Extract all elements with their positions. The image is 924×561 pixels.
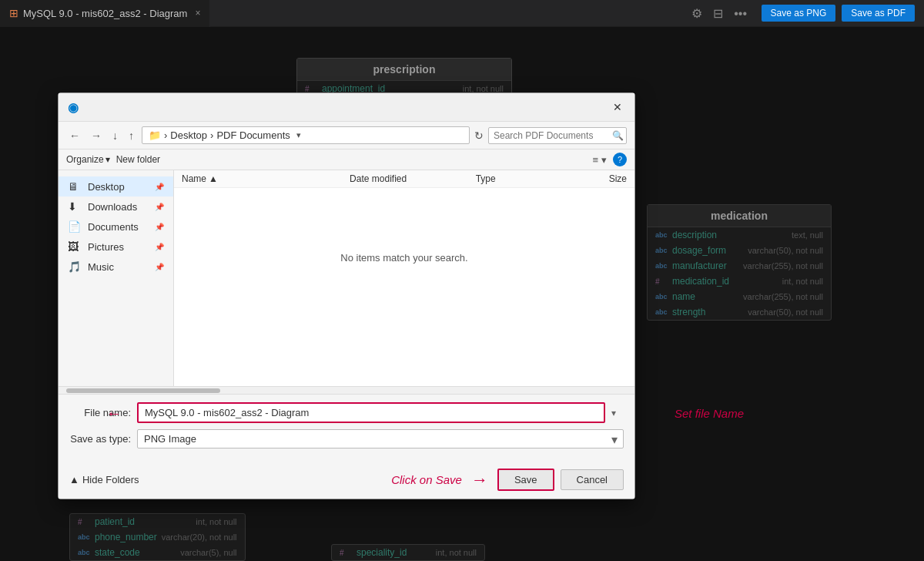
filename-row: File name: ← Set file Name ▾ xyxy=(69,402,624,423)
sidebar-item-label: Music xyxy=(88,261,114,273)
savetype-label: Save as type: xyxy=(69,433,131,445)
filename-input[interactable] xyxy=(137,402,605,423)
savetype-select[interactable]: PNG Image xyxy=(137,429,624,448)
dialog-titlebar: ◉ ✕ xyxy=(59,93,634,122)
col-date-header[interactable]: Date modified xyxy=(350,173,476,184)
breadcrumb-separator2: › xyxy=(210,129,213,141)
col-name-header[interactable]: Name ▲ xyxy=(182,173,350,184)
sidebar-item-label: Downloads xyxy=(88,201,137,213)
save-pdf-button[interactable]: Save as PDF xyxy=(842,5,915,22)
nav-back-button[interactable]: ← xyxy=(66,128,83,143)
top-icon-group: ⚙ ⊟ ••• xyxy=(691,6,747,21)
nav-refresh-button[interactable]: ↻ xyxy=(474,129,484,142)
sidebar-item-label: Desktop xyxy=(88,181,125,193)
dialog-filelist: Name ▲ Date modified Type Size No items … xyxy=(174,170,634,386)
new-folder-button[interactable]: New folder xyxy=(116,154,160,165)
search-icon: 🔍 xyxy=(612,130,624,141)
save-button[interactable]: Save xyxy=(497,469,554,491)
tab-close-button[interactable]: × xyxy=(195,8,200,18)
filelist-header: Name ▲ Date modified Type Size xyxy=(174,170,634,188)
col-size-header[interactable]: Size xyxy=(560,173,627,184)
dialog-title-left: ◉ xyxy=(68,100,79,115)
set-filename-annotation: Set file Name xyxy=(675,406,744,419)
hide-folders-label: Hide Folders xyxy=(82,474,139,485)
view-buttons: ≡ ▾ xyxy=(592,154,607,166)
list-view-button[interactable]: ≡ xyxy=(592,154,598,166)
col-name-label: Name xyxy=(182,173,206,184)
dialog-buttons: ▲ Hide Folders Click on Save → Save Canc… xyxy=(59,462,634,499)
music-icon: 🎵 xyxy=(68,260,82,273)
sidebar-item-music[interactable]: 🎵 Music 📌 xyxy=(59,257,173,277)
horizontal-scrollbar[interactable] xyxy=(59,386,634,394)
sidebar-item-desktop[interactable]: 🖥 Desktop 📌 xyxy=(59,176,173,197)
pictures-icon: 🖼 xyxy=(68,240,82,253)
more-icon[interactable]: ••• xyxy=(734,7,747,21)
dialog-toolbar: Organize ▾ New folder ≡ ▾ ? xyxy=(59,149,634,170)
view-dropdown-button[interactable]: ▾ xyxy=(601,154,607,166)
breadcrumb-chevron-button[interactable]: ▾ xyxy=(293,130,304,140)
breadcrumb: 📁 › Desktop › PDF Documents ▾ xyxy=(142,126,470,144)
arrow-left-icon: ← xyxy=(106,404,122,422)
layout-icon[interactable]: ⊟ xyxy=(713,6,723,21)
cancel-button[interactable]: Cancel xyxy=(561,469,624,490)
dialog-content: 🖥 Desktop 📌 ⬇ Downloads 📌 📄 Documents 📌 … xyxy=(59,170,634,386)
save-dialog: ◉ ✕ ← → ↓ ↑ 📁 › Desktop › PDF Documents … xyxy=(58,92,635,499)
vscode-icon: ◉ xyxy=(68,100,79,115)
editor-tab[interactable]: ⊞ MySQL 9.0 - mis602_ass2 - Diagram × xyxy=(0,0,210,27)
dialog-sidebar: 🖥 Desktop 📌 ⬇ Downloads 📌 📄 Documents 📌 … xyxy=(59,170,174,386)
nav-forward-button[interactable]: → xyxy=(88,128,105,143)
pin-icon: 📌 xyxy=(155,263,164,271)
breadcrumb-separator: › xyxy=(164,129,167,141)
desktop-icon: 🖥 xyxy=(68,180,82,193)
sort-icon: ▲ xyxy=(209,173,218,184)
settings-icon[interactable]: ⚙ xyxy=(691,6,702,21)
arrow-right-icon: → xyxy=(471,470,488,490)
breadcrumb-folder-icon: 📁 xyxy=(149,129,161,141)
sidebar-item-documents[interactable]: 📄 Documents 📌 xyxy=(59,217,173,237)
help-button[interactable]: ? xyxy=(613,153,627,166)
sidebar-item-downloads[interactable]: ⬇ Downloads 📌 xyxy=(59,197,173,217)
scrollbar-thumb[interactable] xyxy=(66,388,220,393)
savetype-row: Save as type: PNG Image ▾ xyxy=(69,429,624,448)
documents-icon: 📄 xyxy=(68,220,82,233)
dialog-nav: ← → ↓ ↑ 📁 › Desktop › PDF Documents ▾ ↻ … xyxy=(59,122,634,149)
sidebar-item-label: Documents xyxy=(88,221,139,233)
action-buttons: Save as PNG Save as PDF xyxy=(762,5,915,22)
pin-icon: 📌 xyxy=(155,203,164,211)
nav-recent-button[interactable]: ↓ xyxy=(109,128,121,143)
save-png-button[interactable]: Save as PNG xyxy=(762,5,836,22)
sidebar-item-label: Pictures xyxy=(88,241,124,253)
hide-folders-button[interactable]: ▲ Hide Folders xyxy=(69,474,139,485)
downloads-icon: ⬇ xyxy=(68,200,82,213)
filename-input-wrapper: ← Set file Name xyxy=(137,402,605,423)
click-on-save-annotation: Click on Save xyxy=(391,473,462,486)
organize-label: Organize xyxy=(66,154,104,165)
dialog-form: File name: ← Set file Name ▾ Save as typ… xyxy=(59,394,634,462)
pin-icon: 📌 xyxy=(155,183,164,191)
tab-label: MySQL 9.0 - mis602_ass2 - Diagram xyxy=(23,8,187,19)
pin-icon: 📌 xyxy=(155,223,164,231)
organize-chevron-icon: ▾ xyxy=(105,154,110,165)
organize-button[interactable]: Organize ▾ xyxy=(66,154,110,165)
hide-folders-chevron-icon: ▲ xyxy=(69,474,79,485)
pin-icon: 📌 xyxy=(155,243,164,251)
search-box: 🔍 xyxy=(488,127,627,144)
tab-icon: ⊞ xyxy=(9,7,18,19)
dialog-close-button[interactable]: ✕ xyxy=(610,99,625,115)
savetype-input-wrapper: PNG Image ▾ xyxy=(137,429,624,448)
breadcrumb-subfolder: PDF Documents xyxy=(216,129,290,141)
breadcrumb-folder-name: Desktop xyxy=(170,129,207,141)
empty-message: No items match your search. xyxy=(174,188,634,327)
search-input[interactable] xyxy=(494,130,609,141)
filename-label: File name: xyxy=(69,407,131,418)
col-type-header[interactable]: Type xyxy=(476,173,560,184)
filename-select-arrow: ▾ xyxy=(611,408,624,418)
nav-up-button[interactable]: ↑ xyxy=(126,128,137,143)
sidebar-item-pictures[interactable]: 🖼 Pictures 📌 xyxy=(59,237,173,257)
